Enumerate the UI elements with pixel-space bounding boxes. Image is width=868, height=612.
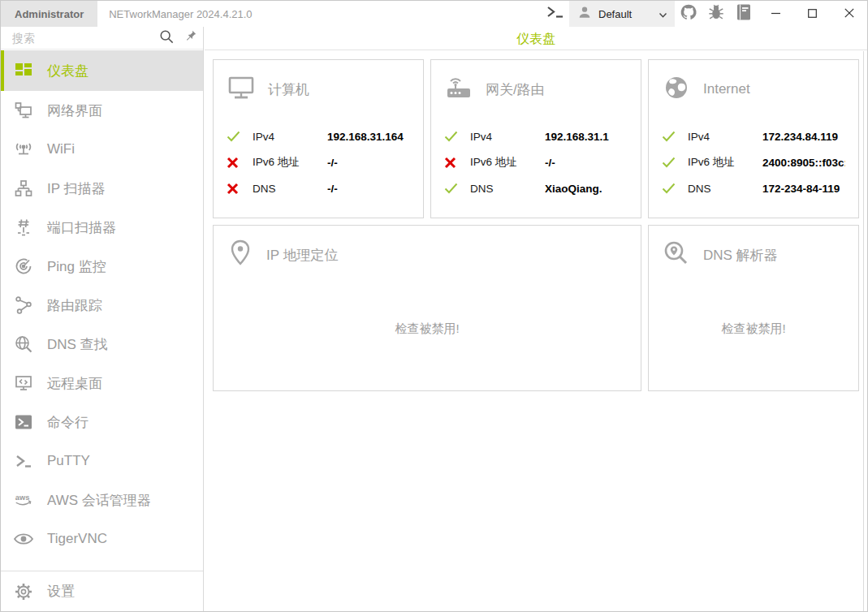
search-bar	[1, 27, 203, 50]
location-pin-icon	[227, 239, 254, 272]
sidebar-item-label: Ping 监控	[47, 257, 106, 276]
terminal-button[interactable]	[542, 1, 569, 27]
port-scanner-icon	[13, 217, 34, 238]
close-button[interactable]	[831, 1, 867, 27]
sidebar-item-label: 端口扫描器	[47, 218, 116, 237]
cross-icon	[227, 183, 243, 195]
info-row: IPv6 地址 -/-	[444, 149, 628, 175]
sidebar-item-label: TigerVNC	[47, 531, 107, 547]
sidebar-item-label: 网络界面	[47, 101, 102, 120]
pin-icon[interactable]	[184, 29, 197, 46]
maximize-button[interactable]	[794, 1, 831, 27]
dns-resolver-icon	[662, 239, 691, 272]
info-row: IPv6 地址 2400:8905::f03c:	[662, 149, 845, 175]
book-icon	[736, 3, 752, 24]
github-button[interactable]	[675, 1, 702, 27]
dns-resolver-card: DNS 解析器 检查被禁用!	[648, 225, 859, 391]
bug-report-button[interactable]	[702, 1, 730, 27]
info-row: IPv4 192.168.31.164	[227, 123, 410, 149]
dashboard-content: 计算机 IPv4 192.168.31.164 IPv6 地址 -/-	[205, 51, 867, 611]
monitor-icon	[227, 74, 256, 106]
sidebar-item-remote-desktop[interactable]: 远程桌面	[1, 364, 203, 403]
info-row: DNS XiaoQiang.	[444, 175, 628, 201]
card-title: 网关/路由	[486, 80, 545, 99]
check-icon	[662, 157, 678, 168]
profile-dropdown[interactable]: Default	[569, 1, 675, 27]
gateway-router-card: 网关/路由 IPv4 192.168.31.1 IPv6 地址 -/-	[430, 59, 641, 218]
remote-desktop-icon	[13, 373, 34, 394]
check-icon	[444, 183, 460, 194]
sidebar-item-label: PuTTY	[47, 453, 90, 469]
card-title: Internet	[703, 81, 750, 97]
sidebar-item-label: 仪表盘	[47, 62, 89, 80]
documentation-button[interactable]	[730, 1, 758, 27]
dashboard-icon	[13, 60, 34, 81]
sidebar-item-dns-lookup[interactable]: DNS 查找	[1, 325, 203, 364]
ip-scanner-icon	[13, 178, 34, 199]
info-row: IPv4 172.234.84.119	[662, 123, 845, 149]
info-row: DNS 172-234-84-119	[662, 175, 845, 201]
sidebar-item-aws-session-manager[interactable]: aws AWS 会话管理器	[1, 481, 203, 519]
router-icon	[444, 74, 473, 106]
sidebar-item-tigervnc[interactable]: TigerVNC	[1, 519, 203, 558]
wifi-icon	[13, 139, 34, 160]
eye-icon	[13, 528, 34, 550]
check-icon	[662, 131, 678, 142]
sidebar-item-port-scanner[interactable]: 端口扫描器	[1, 208, 203, 247]
main-area: 仪表盘 计算机 IPv4 192.168.	[205, 27, 867, 611]
sidebar-item-ip-scanner[interactable]: IP 扫描器	[1, 169, 203, 208]
sidebar-item-label: WiFi	[47, 141, 75, 157]
aws-icon: aws	[13, 489, 34, 511]
sidebar-item-settings[interactable]: 设置	[1, 571, 203, 611]
cross-icon	[444, 157, 460, 169]
internet-card: Internet IPv4 172.234.84.119 IPv6 地址 240…	[648, 59, 859, 218]
github-icon	[680, 3, 697, 24]
card-title: IP 地理定位	[266, 246, 338, 265]
sidebar-item-label: AWS 会话管理器	[47, 491, 151, 510]
chevron-down-icon	[659, 6, 667, 21]
check-icon	[227, 131, 243, 142]
search-icon[interactable]	[159, 29, 174, 47]
admin-badge: Administrator	[1, 1, 97, 27]
close-icon	[844, 6, 854, 21]
cross-icon	[227, 157, 243, 169]
svg-text:aws: aws	[15, 493, 30, 502]
info-row: DNS -/-	[227, 175, 410, 201]
info-row: IPv6 地址 -/-	[227, 149, 410, 175]
sidebar: 仪表盘 网络界面 WiFi IP 扫描器	[1, 27, 204, 611]
info-row: IPv4 192.168.31.1	[444, 123, 628, 149]
globe-icon	[662, 74, 691, 106]
sidebar-item-putty[interactable]: PuTTY	[1, 442, 203, 481]
sidebar-item-dashboard[interactable]: 仪表盘	[1, 50, 203, 91]
app-title: NETworkManager 2024.4.21.0	[109, 1, 252, 27]
sidebar-item-label: DNS 查找	[47, 335, 108, 354]
ip-geolocation-card: IP 地理定位 检查被禁用!	[213, 225, 641, 391]
sidebar-item-label: 远程桌面	[47, 374, 102, 393]
check-icon	[662, 183, 678, 194]
sidebar-item-wifi[interactable]: WiFi	[1, 130, 203, 169]
bug-icon	[707, 3, 725, 24]
sidebar-item-network-interface[interactable]: 网络界面	[1, 91, 203, 130]
sidebar-item-powershell[interactable]: 命令行	[1, 403, 203, 442]
sidebar-item-label: 命令行	[47, 413, 89, 432]
sidebar-item-label: 路由跟踪	[47, 296, 102, 315]
sidebar-item-label: 设置	[47, 582, 75, 601]
ping-monitor-icon	[13, 256, 34, 277]
gear-icon	[13, 581, 34, 602]
sidebar-item-ping-monitor[interactable]: Ping 监控	[1, 247, 203, 286]
app-window: Administrator NETworkManager 2024.4.21.0…	[0, 0, 868, 612]
dns-lookup-icon	[13, 334, 34, 355]
card-title: 计算机	[268, 80, 309, 99]
search-input[interactable]	[12, 32, 159, 45]
profile-selected-value: Default	[598, 8, 653, 20]
check-icon	[444, 131, 460, 142]
terminal-icon	[546, 6, 564, 22]
minimize-icon	[771, 6, 780, 21]
maximize-icon	[808, 6, 817, 21]
minimize-button[interactable]	[758, 1, 794, 27]
card-title: DNS 解析器	[703, 246, 778, 265]
sidebar-menu: 仪表盘 网络界面 WiFi IP 扫描器	[1, 50, 203, 611]
page-title: 仪表盘	[205, 27, 867, 50]
sidebar-item-traceroute[interactable]: 路由跟踪	[1, 286, 203, 325]
check-disabled-message: 检查被禁用!	[649, 321, 858, 337]
